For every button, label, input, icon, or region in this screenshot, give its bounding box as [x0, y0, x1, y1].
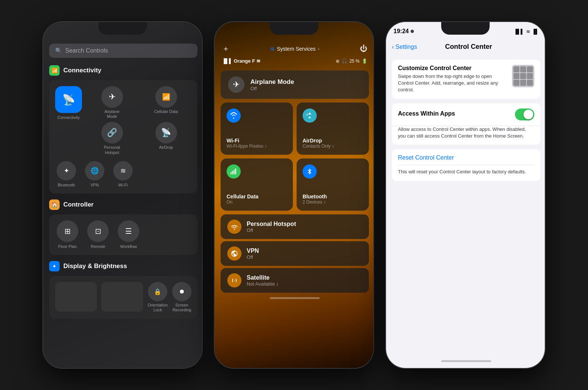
satellite-status: Not Available ↕ — [247, 281, 279, 287]
dark-mode-control[interactable] — [101, 282, 143, 312]
display-section: ✦ Display & Brightness 🔒 OrientationLock… — [49, 261, 197, 318]
signal-bars-icon: ▐▌▌ — [222, 58, 233, 64]
search-icon: 🔍 — [55, 47, 62, 54]
phone-search-controls: 🔍 Search Controls 📶 Connectivity — [42, 21, 203, 369]
location-arrow-icon: ⊛ — [336, 59, 339, 64]
hotspot-status: Off — [247, 227, 296, 233]
search-bar[interactable]: 🔍 Search Controls — [49, 44, 197, 58]
access-desc: Allow access to Control Center within ap… — [398, 126, 534, 139]
svg-rect-4 — [235, 169, 236, 174]
customize-section: Customize Control Center Swipe down from… — [392, 60, 540, 99]
reset-row[interactable]: Reset Control Center This will reset you… — [392, 149, 540, 181]
connectivity-title: Connectivity — [63, 67, 101, 74]
chevron-right-icon: › — [318, 46, 319, 51]
svg-rect-3 — [234, 170, 235, 174]
settings-back-button[interactable]: ‹ Settings — [392, 44, 417, 50]
system-services-button[interactable]: ⊛ System Services › — [270, 46, 319, 52]
workflow-label: Workflow — [120, 244, 137, 249]
cc-add-icon[interactable]: ＋ — [222, 44, 230, 54]
orientation-control[interactable]: 🔒 OrientationLock — [148, 282, 168, 312]
cc-top-bar: ＋ ⊛ System Services › ⏻ — [215, 41, 374, 57]
personal-hotspot-button[interactable]: Personal Hotspot Off — [221, 214, 369, 239]
airplane-name: Airplane Mode — [250, 78, 294, 86]
controller-title: Controller — [63, 201, 94, 208]
phone-control-center: ＋ ⊛ System Services › ⏻ ▐▌▌ Orange F ≋ ⊛… — [214, 21, 374, 369]
headphone-icon: 🎧 — [342, 59, 347, 64]
controller-section: 🏠 Controller ⊞ Floor Plan ⊡ Remote — [49, 199, 197, 255]
bluetooth-tile[interactable]: Bluetooth 2 Devices ↕ — [297, 158, 369, 211]
phone-settings: 19:24 ⊛ ▐▌▌ ≋ ▐▌ ‹ Settings Control Cent… — [385, 21, 546, 369]
cellular-label: Cellular Data — [154, 109, 178, 114]
bluetooth-control[interactable]: ✦ Bluetooth — [57, 161, 76, 188]
satellite-icon — [227, 273, 241, 287]
airdrop-tile[interactable]: AirDrop Contacts Only ↕ — [297, 103, 369, 155]
bluetooth-tile-name: Bluetooth — [303, 194, 363, 199]
connectivity-label: Connectivity — [57, 115, 80, 120]
svg-rect-1 — [231, 172, 232, 174]
vpn-label: VPN — [91, 183, 99, 188]
time-text: 19:24 — [393, 28, 409, 35]
wifi-icon: ≋ — [256, 58, 260, 64]
display-icon: ✦ — [49, 261, 60, 271]
cc-status-bar: ▐▌▌ Orange F ≋ ⊛ 🎧 25 % 🔋 — [215, 57, 374, 67]
status-time: 19:24 ⊛ — [393, 28, 414, 35]
back-label: Settings — [395, 44, 417, 50]
connectivity-icon: 📶 — [49, 65, 60, 76]
hotspot-label: PersonalHotspot — [104, 145, 120, 155]
page-title: Control Center — [419, 43, 518, 51]
brightness-slider[interactable] — [55, 282, 97, 312]
airplane-label: AirplaneMode — [104, 109, 119, 119]
status-right: ⊛ 🎧 25 % 🔋 — [336, 59, 367, 64]
airplane-icon: ✈ — [228, 76, 244, 93]
wifi-control[interactable]: ≋ Wi-Fi — [113, 161, 133, 188]
connectivity-section: 📶 Connectivity 📡 Connectivity — [49, 65, 197, 194]
remote-control[interactable]: ⊡ Remote — [87, 220, 109, 249]
wifi-tile-sub: Wi-Fi-lippe Poutou ↕ — [227, 144, 287, 149]
vpn-status: Off — [247, 254, 259, 260]
battery-text: 25 % — [350, 59, 360, 64]
battery-icon: ▐▌ — [532, 29, 539, 34]
home-bar — [441, 360, 491, 362]
personal-hotspot-control[interactable]: 🔗 PersonalHotspot — [86, 122, 137, 155]
display-title: Display & Brightness — [63, 262, 127, 270]
settings-nav: ‹ Settings Control Center — [386, 41, 546, 55]
cellular-tile[interactable]: Cellular Data On — [221, 158, 293, 211]
vpn-button[interactable]: VPN Off — [221, 241, 369, 266]
vpn-control[interactable]: 🌐 VPN — [85, 161, 104, 188]
airdrop-control[interactable]: 📡 AirDrop — [140, 122, 192, 155]
satellite-name: Satellite — [247, 274, 279, 281]
workflow-control[interactable]: ☰ Workflow — [118, 220, 139, 249]
customize-thumbnail — [512, 65, 534, 87]
airplane-mode-button[interactable]: ✈ Airplane Mode Off — [221, 70, 369, 99]
signal-icon: ▐▌▌ — [514, 29, 524, 34]
settings-status-bar: 19:24 ⊛ ▐▌▌ ≋ ▐▌ — [386, 22, 546, 41]
floor-plan-control[interactable]: ⊞ Floor Plan — [57, 220, 78, 249]
search-placeholder: Search Controls — [65, 47, 108, 54]
screen-recording-control[interactable]: ⏺ ScreenRecording — [172, 282, 192, 312]
connectivity-widget[interactable]: 📡 Connectivity — [55, 86, 82, 120]
airdrop-tile-name: AirDrop — [303, 138, 363, 144]
svg-point-5 — [234, 229, 235, 230]
airdrop-label: AirDrop — [159, 145, 173, 150]
airdrop-tile-sub: Contacts Only ↕ — [303, 144, 363, 149]
airplane-mode-control[interactable]: ✈ AirplaneMode — [86, 86, 137, 119]
cc-main-grid: Wi-Fi Wi-Fi-lippe Poutou ↕ AirDro — [221, 103, 369, 211]
reset-link[interactable]: Reset Control Center — [398, 154, 454, 161]
satellite-button[interactable]: Satellite Not Available ↕ — [221, 268, 369, 293]
access-row[interactable]: Access Within Apps — [392, 103, 540, 126]
access-section: Access Within Apps Allow access to Contr… — [392, 103, 540, 145]
system-services-label: System Services — [277, 46, 316, 52]
orientation-label: OrientationLock — [148, 303, 168, 312]
wifi-tile[interactable]: Wi-Fi Wi-Fi-lippe Poutou ↕ — [221, 103, 293, 155]
home-bar — [270, 297, 320, 299]
location-icon: ⊛ — [270, 46, 275, 52]
wifi-icon: ≋ — [526, 29, 530, 34]
access-toggle[interactable] — [515, 108, 534, 120]
customize-row[interactable]: Customize Control Center Swipe down from… — [392, 60, 540, 99]
cellular-data-control[interactable]: 📶 Cellular Data — [140, 86, 192, 119]
bluetooth-label: Bluetooth — [58, 183, 75, 188]
cc-power-icon[interactable]: ⏻ — [360, 44, 367, 53]
cellular-tile-icon — [227, 164, 241, 179]
svg-rect-2 — [232, 171, 233, 174]
carrier-text: ▐▌▌ Orange F ≋ — [222, 58, 260, 64]
